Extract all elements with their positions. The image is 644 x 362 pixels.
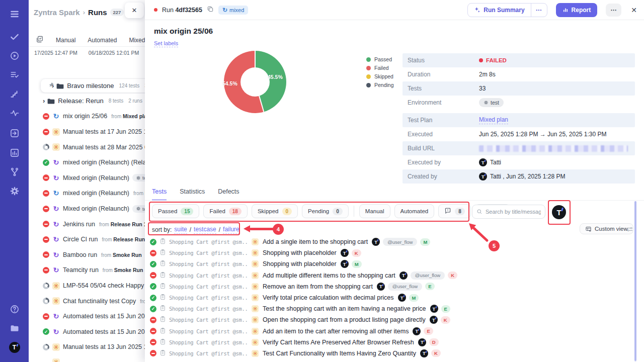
sort-option-suite[interactable]: suite	[174, 226, 187, 234]
folder-icon[interactable]	[9, 323, 20, 334]
tab-tests[interactable]: Tests	[152, 188, 167, 201]
run-row[interactable]: Manual tests at 28 Mar 2025 0	[29, 139, 145, 155]
tab-defects[interactable]: Defects	[218, 188, 239, 201]
run-row[interactable]: ↻mixed origin (Relaunch) (Relaun	[29, 155, 145, 170]
info-label: Tests	[408, 85, 479, 92]
test-row[interactable]: Shopping Cart @first @sm...Add an item t…	[150, 326, 640, 337]
test-row[interactable]: Shopping Cart @first @sm...Test the shop…	[150, 303, 640, 314]
run-row[interactable]: ↻Jenkins runfrom Release Run 1.0	[29, 216, 145, 232]
filter-chip-automated[interactable]: Automated	[394, 204, 435, 218]
run-summary-button[interactable]: Run Summary	[468, 4, 530, 17]
filter-chip-failed[interactable]: Failed18	[203, 204, 247, 218]
run-row[interactable]: ↻Mixed origin (Relaunch)te	[29, 201, 145, 217]
tab-automated[interactable]: Automated	[88, 37, 117, 44]
test-title[interactable]: Test Cart Functionality with Items Havin…	[263, 350, 416, 357]
test-row[interactable]: Shopping Cart @first @sm...Remove an ite…	[150, 281, 640, 292]
select-all-icon[interactable]	[36, 35, 44, 45]
assignee-filter-avatar[interactable]: T	[552, 205, 566, 219]
drawer-close-button[interactable]: ✕	[631, 6, 637, 14]
run-row[interactable]: Manual tests at 17 Jun 2025 10	[29, 124, 145, 140]
filter-chip-comment-exclaim[interactable]: 8	[438, 204, 471, 218]
folder-row[interactable]: ›Release: Rerun8 tests2 runs	[29, 94, 145, 109]
gear-icon[interactable]	[9, 186, 20, 197]
help-icon[interactable]	[9, 304, 20, 315]
test-title[interactable]: Shopping with placeholder	[263, 260, 337, 267]
run-row[interactable]: ↻Automated tests at 15 Jun 2025	[29, 309, 145, 324]
tab-mixed[interactable]: Mixed	[129, 37, 145, 44]
chevron-right-icon[interactable]: ›	[43, 97, 45, 105]
close-icon: ✕	[631, 6, 637, 14]
test-row[interactable]: Shopping Cart @first @sm...Verify Cart I…	[150, 337, 640, 348]
test-row[interactable]: Shopping Cart @first @sm...Test Cart Fun…	[150, 348, 640, 359]
test-row[interactable]: Shopping Cart @first @sm...Shopping with…	[150, 258, 640, 269]
test-row[interactable]: Shopping Cart @first @sm...Shopping with…	[150, 247, 640, 258]
test-title[interactable]: Remove an item from the shopping cart	[263, 283, 373, 290]
check-icon[interactable]	[9, 31, 20, 42]
user-avatar[interactable]: T	[9, 342, 20, 353]
test-row[interactable]: Shopping Cart @first @sm...Add a single …	[150, 236, 640, 247]
test-title[interactable]: Open the shopping cart from a product li…	[263, 316, 426, 323]
branch-icon[interactable]	[9, 166, 20, 177]
run-detail-drawer: Run 4df32565 ↻mixed Run Summary ⋯ Report…	[145, 0, 644, 362]
filter-chip-pending[interactable]: Pending0	[302, 204, 349, 218]
test-row[interactable]: Shopping Cart @first @sm...Add multiple …	[150, 270, 640, 281]
folder-row[interactable]: ›Bravo milestone124 tests33 runs	[29, 78, 145, 94]
run-row[interactable]: ↻mixed origin (Relaunch)from Mi	[29, 186, 145, 201]
more-actions-button[interactable]: ⋯	[606, 4, 621, 17]
test-title[interactable]: Shopping with placeholder	[263, 249, 337, 256]
test-title[interactable]: Verify total price calculation with deci…	[263, 294, 394, 301]
test-row[interactable]: Shopping Cart @first @sm...Open the shop…	[150, 314, 640, 325]
info-value[interactable]: Mixed plan	[479, 116, 508, 124]
run-summary-more-button[interactable]: ⋯	[531, 4, 547, 17]
play-circle-icon[interactable]	[9, 50, 20, 61]
report-button[interactable]: Report	[556, 3, 598, 17]
pulse-icon[interactable]	[9, 108, 20, 119]
run-row[interactable]: LMP-554 05/04 check Happy P	[29, 278, 145, 294]
tab-statistics[interactable]: Statistics	[180, 188, 205, 201]
run-row[interactable]: ↻Mixed origin (Relaunch)te	[29, 170, 145, 186]
test-title[interactable]: Test the shopping cart with an item havi…	[263, 305, 426, 312]
scrollbar[interactable]	[634, 201, 636, 362]
run-type-cycle-icon: ↻	[52, 113, 60, 120]
run-row[interactable]: ↻Teamcity runfrom Smoke Run	[29, 262, 145, 278]
filter-chip-passed[interactable]: Passed15	[152, 204, 199, 218]
test-title[interactable]: Add an item to the cart after removing a…	[263, 328, 409, 335]
test-row[interactable]: Shopping Cart @first @sm...Verify total …	[150, 292, 640, 303]
chevron-right-icon[interactable]: ›	[52, 82, 54, 89]
test-runs-icon[interactable]	[9, 128, 20, 139]
tests-list: Shopping Cart @first @sm...Add a single …	[150, 236, 640, 359]
run-row[interactable]: Chat functinality test Copyfrom	[29, 293, 145, 309]
filter-chip-skipped[interactable]: Skipped0	[252, 204, 298, 218]
run-status-icon	[43, 113, 49, 120]
spark-icon	[252, 249, 259, 256]
sort-option-failure[interactable]: failure	[223, 226, 239, 234]
search-input[interactable]	[486, 209, 541, 215]
breadcrumb-app[interactable]: Zyntra Spark	[34, 8, 80, 17]
set-labels-link[interactable]: Set labels	[154, 40, 178, 47]
run-row[interactable]: ↻Automated tests at 15 Jun 2025	[29, 324, 145, 340]
spark-icon	[253, 329, 258, 334]
scrollbar-thumb[interactable]	[634, 201, 636, 361]
run-row[interactable]: Manual tests at 13 Jun 2025 12	[29, 339, 145, 355]
test-title[interactable]: Add multiple different items to the shop…	[263, 272, 395, 279]
run-row[interactable]: ↻Bamboo runfrom Smoke Run	[29, 247, 145, 263]
bar-chart-icon[interactable]	[9, 147, 20, 158]
sort-option-testcase[interactable]: testcase	[194, 226, 216, 234]
test-title[interactable]: Verify Cart Items Are Preserved After Br…	[263, 339, 414, 346]
run-row[interactable]: ↻mix origin 25/06from Mixed plan	[29, 109, 145, 124]
test-title[interactable]: Add a single item to the shopping cart	[263, 238, 368, 245]
filter-chip-manual[interactable]: Manual	[359, 204, 390, 218]
tab-manual[interactable]: Manual	[56, 37, 75, 44]
copy-icon[interactable]	[207, 6, 214, 15]
steps-icon[interactable]	[9, 88, 20, 100]
info-group-2: Test PlanMixed planExecutedJun 25, 2025 …	[403, 113, 635, 184]
custom-view-button[interactable]: Custom view	[580, 223, 633, 234]
filter-label: Passed	[158, 208, 177, 214]
filter-sliders-icon[interactable]	[626, 226, 633, 235]
run-row[interactable]: ↻Circle CI runfrom Release Run 1.0	[29, 232, 145, 247]
run-row[interactable]	[29, 355, 145, 362]
run-name: mixed origin (Relaunch)	[63, 190, 129, 197]
hamburger-menu-icon[interactable]	[9, 9, 20, 20]
panel-close-button[interactable]: ✕	[125, 3, 144, 18]
list-check-icon[interactable]	[9, 69, 20, 80]
